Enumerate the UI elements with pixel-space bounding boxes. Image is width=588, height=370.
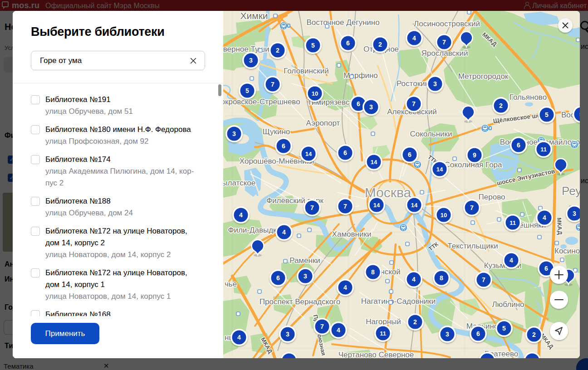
svg-text:5: 5 [311, 42, 315, 49]
svg-text:2: 2 [276, 47, 279, 54]
svg-text:3: 3 [369, 103, 373, 111]
svg-text:Крылатское: Крылатское [223, 179, 255, 187]
svg-text:4: 4 [412, 276, 416, 283]
svg-text:8: 8 [287, 357, 291, 358]
svg-text:11: 11 [380, 330, 386, 337]
svg-text:6: 6 [276, 274, 280, 282]
svg-text:2: 2 [499, 102, 503, 109]
svg-text:Текстильщики: Текстильщики [447, 242, 498, 250]
svg-text:Косино-Ухтомский: Косино-Ухтомский [554, 247, 580, 255]
svg-text:4: 4 [337, 326, 340, 334]
svg-text:7: 7 [482, 276, 485, 283]
svg-text:6: 6 [343, 149, 347, 156]
svg-text:5: 5 [545, 111, 549, 118]
svg-text:6: 6 [357, 100, 360, 107]
svg-text:Покровское-Стрешнево: Покровское-Стрешнево [223, 97, 300, 106]
svg-text:2: 2 [530, 357, 534, 358]
svg-text:10: 10 [441, 212, 447, 219]
svg-text:14: 14 [371, 159, 377, 166]
svg-text:Марфино: Марфино [343, 71, 378, 80]
svg-text:Головинский: Головинский [284, 67, 329, 75]
svg-text:Раменки: Раменки [289, 256, 320, 265]
svg-text:МКАД: МКАД [556, 217, 564, 235]
svg-text:Гольяново: Гольяново [510, 93, 547, 102]
svg-text:6: 6 [485, 357, 489, 358]
svg-text:4: 4 [237, 334, 241, 341]
svg-text:Люблино: Люблино [492, 300, 524, 309]
svg-text:6: 6 [346, 39, 350, 47]
svg-text:10: 10 [312, 90, 318, 97]
svg-text:14: 14 [373, 202, 380, 209]
svg-text:7: 7 [343, 203, 347, 210]
svg-text:8: 8 [371, 268, 375, 276]
svg-text:6: 6 [408, 151, 412, 158]
svg-text:Реутов: Реутов [562, 184, 580, 198]
svg-text:2: 2 [378, 41, 382, 48]
svg-text:3: 3 [232, 130, 236, 137]
svg-text:4: 4 [543, 214, 546, 221]
svg-text:6: 6 [544, 265, 548, 272]
svg-text:14: 14 [305, 151, 312, 157]
svg-text:Восточное Дегунино: Восточное Дегунино [306, 18, 379, 27]
svg-text:Химки: Химки [240, 11, 268, 21]
svg-text:7: 7 [442, 39, 446, 46]
svg-text:Сокольники: Сокольники [410, 130, 452, 138]
svg-text:5: 5 [245, 87, 249, 94]
svg-text:3: 3 [286, 331, 289, 338]
svg-text:14: 14 [411, 202, 418, 209]
svg-text:9: 9 [473, 151, 476, 159]
svg-text:4: 4 [239, 211, 243, 219]
svg-text:Нагатино-Садовники: Нагатино-Садовники [361, 297, 436, 306]
svg-text:Хамовники: Хамовники [332, 230, 372, 239]
svg-text:4: 4 [510, 257, 513, 264]
svg-text:4: 4 [412, 34, 416, 42]
svg-text:Чертаново Северное: Чертаново Северное [338, 351, 414, 358]
svg-text:7: 7 [271, 81, 274, 88]
svg-text:6: 6 [476, 330, 480, 337]
svg-text:3: 3 [433, 80, 437, 88]
svg-text:7: 7 [320, 323, 324, 330]
svg-text:5: 5 [579, 111, 580, 118]
svg-text:5: 5 [502, 325, 506, 332]
svg-text:7: 7 [470, 204, 474, 211]
svg-text:3: 3 [573, 210, 576, 217]
svg-text:8: 8 [440, 274, 443, 282]
svg-text:7: 7 [310, 204, 314, 211]
svg-text:Щукино: Щукино [263, 127, 290, 136]
svg-text:4: 4 [282, 229, 286, 236]
svg-text:Лосиноостровский: Лосиноостровский [414, 19, 480, 28]
svg-text:Москва: Москва [365, 185, 412, 200]
svg-text:11: 11 [510, 219, 516, 226]
svg-text:2: 2 [532, 331, 536, 338]
svg-text:3: 3 [446, 331, 449, 338]
svg-text:2: 2 [413, 318, 417, 326]
svg-text:3: 3 [249, 57, 253, 64]
svg-text:чье: чье [225, 280, 237, 288]
svg-text:Проспект Вернадского: Проспект Вернадского [260, 297, 340, 306]
svg-text:6: 6 [517, 141, 520, 149]
svg-text:Перово: Перово [479, 193, 505, 201]
svg-text:11: 11 [540, 146, 547, 153]
svg-text:7: 7 [412, 100, 416, 107]
svg-text:4: 4 [343, 284, 347, 291]
svg-text:Аэропорт: Аэропорт [306, 119, 340, 127]
svg-text:6: 6 [282, 142, 285, 150]
svg-text:Ростокин: Ростокин [397, 79, 429, 88]
svg-text:14: 14 [436, 166, 443, 173]
svg-text:Метрогородок: Метрогородок [458, 72, 509, 81]
svg-text:3: 3 [304, 273, 307, 280]
